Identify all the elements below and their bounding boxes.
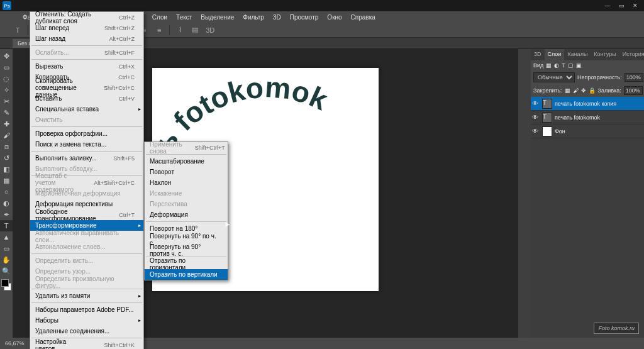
window-maximize-button[interactable]: ▭ xyxy=(615,2,628,9)
layer-row[interactable]: 👁Tпечать fotokomok копия xyxy=(531,97,644,111)
eyedropper-tool[interactable]: ✎ xyxy=(0,107,13,118)
fill-field[interactable] xyxy=(624,86,643,95)
menu-item[interactable]: Удаленные соединения... xyxy=(30,326,143,336)
path-select-tool[interactable]: ▲ xyxy=(0,231,13,243)
panel-tab-контуры[interactable]: Контуры xyxy=(591,49,619,60)
menu-item[interactable]: Наборы▸ xyxy=(30,315,143,326)
layer-row[interactable]: 👁Tпечать fotokomok xyxy=(531,111,644,125)
window-minimize-button[interactable]: — xyxy=(601,2,614,9)
menu-item[interactable]: Отменить: Создать дубликат слояCtrl+Z xyxy=(30,12,143,23)
zoom-tool[interactable]: 🔍 xyxy=(0,265,13,277)
panel-tab-3d[interactable]: 3D xyxy=(531,49,545,60)
menu-item[interactable]: Выполнить заливку...Shift+F5 xyxy=(30,153,143,163)
lock-all-icon[interactable]: 🔒 xyxy=(589,87,596,94)
opacity-field[interactable] xyxy=(625,73,643,82)
filter-pixel-icon[interactable]: ▦ xyxy=(546,62,552,69)
menu-item[interactable]: Повернуть на 90° против ч. с. xyxy=(145,245,228,255)
panel-tab-история[interactable]: История xyxy=(619,49,644,60)
lasso-tool[interactable]: ◌ xyxy=(0,73,13,84)
menu-слои[interactable]: Слои xyxy=(148,13,171,22)
menu-item[interactable]: Масштабирование xyxy=(145,156,228,167)
menu-выделение[interactable]: Выделение xyxy=(197,13,238,22)
menu-item[interactable]: ВырезатьCtrl+X xyxy=(30,61,143,72)
transform-submenu-dropdown[interactable]: Применить сноваShift+Ctrl+TМасштабирован… xyxy=(144,141,228,280)
character-panel-icon[interactable]: ▤ xyxy=(190,25,200,35)
window-close-button[interactable]: ✕ xyxy=(629,2,641,9)
stamp-tool[interactable]: ⧈ xyxy=(0,141,13,152)
menu-item[interactable]: Специальная вставка▸ xyxy=(30,104,143,114)
shape-tool[interactable]: ▭ xyxy=(0,243,13,254)
menu-item: Перспектива xyxy=(145,199,228,209)
lock-position-icon[interactable]: ✥ xyxy=(581,87,586,94)
filter-text-icon[interactable]: T xyxy=(562,62,565,69)
menu-3d[interactable]: 3D xyxy=(269,13,285,22)
menu-item: Очистить xyxy=(30,114,143,125)
lock-transparent-icon[interactable]: ▦ xyxy=(565,87,570,94)
dodge-tool[interactable]: ◐ xyxy=(0,197,13,209)
watermark: Foto komok.ru xyxy=(594,323,639,334)
menu-текст[interactable]: Текст xyxy=(172,13,196,22)
menu-item[interactable]: Шаг впередShift+Ctrl+Z xyxy=(30,23,143,33)
layer-thumb xyxy=(542,126,552,136)
layer-row[interactable]: 👁Фон xyxy=(531,125,644,138)
menu-item: Автоналожение слоев... xyxy=(30,241,143,252)
layer-thumb: T xyxy=(542,113,552,123)
menu-item[interactable]: Наклон xyxy=(145,177,228,188)
color-swatches[interactable] xyxy=(0,279,13,297)
history-brush-tool[interactable]: ↺ xyxy=(0,152,13,163)
zoom-level[interactable]: 66,67% xyxy=(5,340,25,346)
panel-tab-слои[interactable]: Слои xyxy=(545,49,565,60)
menu-item[interactable]: Шаг назадAlt+Ctrl+Z xyxy=(30,33,143,44)
menu-справка[interactable]: Справка xyxy=(347,13,379,22)
fill-label: Заливка: xyxy=(598,87,621,94)
menu-item[interactable]: Скопировать совмещенные данныеShift+Ctrl… xyxy=(30,82,143,93)
opacity-label: Непрозрачность: xyxy=(577,74,622,80)
visibility-eye-icon[interactable]: 👁 xyxy=(532,128,540,135)
menu-item: Автоматически выравнивать слои... xyxy=(30,231,143,241)
gradient-tool[interactable]: ▦ xyxy=(0,175,13,186)
menu-item[interactable]: ВставитьCtrl+V xyxy=(30,93,143,104)
menu-item[interactable]: Проверка орфографии... xyxy=(30,128,143,139)
text-warp-icon[interactable]: ⌇ xyxy=(175,25,185,35)
menu-item[interactable]: Наборы параметров Adobe PDF... xyxy=(30,304,143,315)
filter-shape-icon[interactable]: ▢ xyxy=(568,62,574,69)
menu-просмотр[interactable]: Просмотр xyxy=(286,13,323,22)
menu-item[interactable]: Настройка цветов...Shift+Ctrl+K xyxy=(30,340,143,349)
pen-tool[interactable]: ✒ xyxy=(0,209,13,220)
blur-tool[interactable]: ○ xyxy=(0,186,13,197)
wand-tool[interactable]: ✧ xyxy=(0,84,13,96)
filter-adjust-icon[interactable]: ◐ xyxy=(554,62,559,69)
filter-smart-icon[interactable]: ▣ xyxy=(576,62,582,69)
eraser-tool[interactable]: ◧ xyxy=(0,163,13,175)
visibility-eye-icon[interactable]: 👁 xyxy=(532,114,540,121)
layer-kind-label: Вид xyxy=(533,62,543,69)
hand-tool[interactable]: ✋ xyxy=(0,254,13,265)
align-right-icon[interactable]: ≡ xyxy=(154,25,164,35)
menu-item[interactable]: Отразить по горизонтали xyxy=(145,258,228,269)
marquee-tool[interactable]: ▭ xyxy=(0,62,13,73)
panel-tab-каналы[interactable]: Каналы xyxy=(564,49,591,60)
menu-item: Применить сноваShift+Ctrl+T xyxy=(145,142,228,153)
heal-tool[interactable]: ✚ xyxy=(0,118,13,130)
visibility-eye-icon[interactable]: 👁 xyxy=(532,100,540,107)
menu-item[interactable]: Поиск и замена текста... xyxy=(30,139,143,150)
menu-item: Масштаб с учетом содержимогоAlt+Shift+Ct… xyxy=(30,177,143,188)
menu-item[interactable]: Отразить по вертикали xyxy=(145,269,228,280)
lock-label: Закрепить: xyxy=(533,87,562,94)
edit-menu-dropdown[interactable]: Отменить: Создать дубликат слояCtrl+ZШаг… xyxy=(30,11,144,349)
menu-item: Определить произвольную фигуру... xyxy=(30,277,143,287)
move-tool[interactable]: ✥ xyxy=(0,50,13,62)
menu-item[interactable]: Поворот xyxy=(145,167,228,177)
menu-item[interactable]: Деформация xyxy=(145,209,228,220)
menu-фильтр[interactable]: Фильтр xyxy=(239,13,268,22)
lock-pixels-icon[interactable]: 🖌 xyxy=(573,87,579,94)
menu-item[interactable]: Свободное трансформированиеCtrl+T xyxy=(30,209,143,220)
crop-tool[interactable]: ✂ xyxy=(0,96,13,107)
menu-окно[interactable]: Окно xyxy=(323,13,345,22)
3d-icon[interactable]: 3D xyxy=(205,25,215,35)
type-tool[interactable]: T xyxy=(0,220,13,231)
blend-mode-dropdown[interactable]: Обычные xyxy=(533,72,575,82)
brush-tool[interactable]: 🖌 xyxy=(0,130,13,141)
menu-item: Марионеточная деформация xyxy=(30,188,143,199)
menu-item[interactable]: Удалить из памяти▸ xyxy=(30,291,143,301)
